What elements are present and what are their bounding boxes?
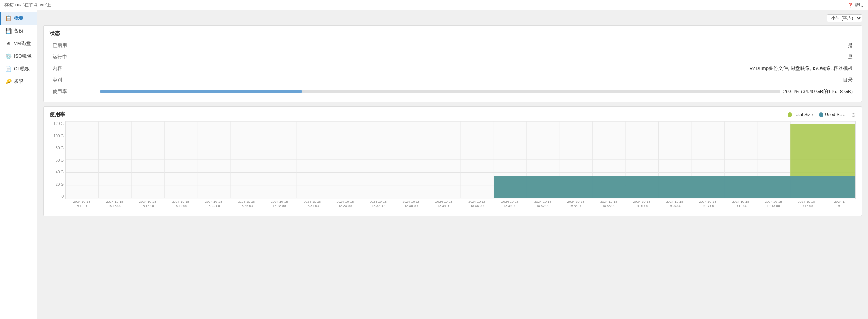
status-row: 内容 VZDump备份文件, 磁盘映像, ISO镜像, 容器模板 — [50, 63, 856, 74]
x-label: 2024-10-18 18:49:00 — [493, 200, 526, 211]
x-label: 2024-10-18 19:13:00 — [757, 200, 790, 211]
x-label: 2024-10-18 18:40:00 — [395, 200, 427, 211]
status-row-label: 已启用 — [50, 40, 94, 51]
chart-svg-container: 2024-10-18 18:10:002024-10-18 18:13:0020… — [65, 121, 856, 211]
top-bar: 存储'local'在节点'pve'上 ❓ 帮助 — [0, 0, 868, 10]
status-header: 状态 — [50, 30, 856, 37]
progress-bar-container — [100, 90, 780, 93]
y-label-60: 60 G — [56, 158, 64, 162]
chart-header: 使用率 Total Size Used Size ⊙ — [50, 111, 856, 118]
status-row-label: 类别 — [50, 74, 94, 86]
chart-title: 使用率 — [50, 111, 65, 118]
sidebar-label-backup: 备份 — [14, 28, 23, 34]
x-label: 2024-10-18 19:16:00 — [790, 200, 823, 211]
sidebar-item-permissions[interactable]: 🔑权限 — [0, 75, 37, 88]
x-label: 2024-10-18 18:58:00 — [592, 200, 625, 211]
status-row: 已启用 是 — [50, 40, 856, 51]
x-label: 2024-10-18 18:22:00 — [197, 200, 230, 211]
y-label-120: 120 G — [54, 122, 64, 126]
status-row: 使用率 29.61% (34.40 GB的116.18 GB) — [50, 86, 856, 98]
total-size-label: Total Size — [793, 112, 813, 117]
sidebar-label-cttemplate: CT模板 — [14, 66, 30, 72]
content-area: 小时 (平均)天 (平均)周 (平均)月 (平均)年 (平均) 状态 已启用 是… — [37, 10, 868, 319]
used-size-label: Used Size — [825, 112, 845, 117]
x-label: 2024-10-18 19:07:00 — [691, 200, 724, 211]
backup-icon: 💾 — [5, 28, 12, 34]
vmdisk-icon: 🖥 — [5, 41, 12, 47]
used-size-dot — [819, 112, 823, 117]
sidebar: 📋概要💾备份🖥VM磁盘💿ISO镜像📄CT模板🔑权限 — [0, 10, 37, 319]
x-label: 2024-10-18 18:31:00 — [296, 200, 329, 211]
x-label: 2024-10-18 18:10:00 — [65, 200, 98, 211]
status-row-value: VZDump备份文件, 磁盘映像, ISO镜像, 容器模板 — [94, 63, 856, 74]
sidebar-label-isoimage: ISO镜像 — [14, 53, 32, 60]
chart-legend: Total Size Used Size ⊙ — [788, 112, 856, 118]
progress-bar-fill — [100, 90, 302, 93]
status-row-value: 是 — [94, 51, 856, 63]
x-label: 2024-10-18 19:01:00 — [625, 200, 658, 211]
sidebar-item-isoimage[interactable]: 💿ISO镜像 — [0, 50, 37, 63]
sidebar-label-vmdisk: VM磁盘 — [14, 40, 31, 47]
y-label-20: 20 G — [56, 182, 64, 186]
x-label: 2024-10-18 18:25:00 — [230, 200, 263, 211]
status-row-value: 29.61% (34.40 GB的116.18 GB) — [94, 86, 856, 98]
status-row-label: 使用率 — [50, 86, 94, 98]
status-row-value: 是 — [94, 40, 856, 51]
chart-options-icon[interactable]: ⊙ — [851, 112, 856, 118]
help-button[interactable]: ❓ 帮助 — [848, 2, 864, 8]
help-icon: ❓ — [848, 3, 853, 8]
x-label: 2024-10-18 19:04:00 — [658, 200, 691, 211]
sidebar-item-overview[interactable]: 📋概要 — [0, 12, 37, 25]
status-row-value: 目录 — [94, 74, 856, 86]
svg-marker-33 — [494, 176, 856, 198]
x-axis: 2024-10-18 18:10:002024-10-18 18:13:0020… — [65, 200, 856, 211]
total-size-legend: Total Size — [788, 112, 813, 117]
help-label: 帮助 — [855, 2, 864, 8]
sidebar-item-cttemplate[interactable]: 📄CT模板 — [0, 63, 37, 75]
page-title: 存储'local'在节点'pve'上 — [4, 2, 51, 8]
status-card: 状态 已启用 是 运行中 是 内容 VZDump备份文件, 磁盘映像, ISO镜… — [43, 25, 862, 102]
time-select[interactable]: 小时 (平均)天 (平均)周 (平均)月 (平均)年 (平均) — [827, 14, 862, 22]
total-size-dot — [788, 112, 792, 117]
y-axis: 120 G 100 G 80 G 60 G 40 G 20 G 0 — [50, 121, 65, 199]
x-label: 2024-10-18 18:16:00 — [131, 200, 164, 211]
y-label-100: 100 G — [54, 134, 64, 138]
status-title: 状态 — [50, 30, 60, 37]
sidebar-item-vmdisk[interactable]: 🖥VM磁盘 — [0, 37, 37, 50]
cttemplate-icon: 📄 — [5, 66, 12, 72]
sidebar-label-overview: 概要 — [14, 15, 23, 22]
x-label: 2024-10-18 18:37:00 — [362, 200, 395, 211]
overview-icon: 📋 — [5, 15, 12, 21]
status-row-label: 运行中 — [50, 51, 94, 63]
permissions-icon: 🔑 — [5, 79, 12, 84]
status-row: 运行中 是 — [50, 51, 856, 63]
status-table: 已启用 是 运行中 是 内容 VZDump备份文件, 磁盘映像, ISO镜像, … — [50, 40, 856, 97]
progress-text: 29.61% (34.40 GB的116.18 GB) — [783, 88, 853, 95]
x-label: 2024-10-18 18:46:00 — [460, 200, 493, 211]
x-label: 2024-10-18 18:19:00 — [164, 200, 197, 211]
x-label: 2024-10-18 18:55:00 — [559, 200, 592, 211]
main-layout: 📋概要💾备份🖥VM磁盘💿ISO镜像📄CT模板🔑权限 小时 (平均)天 (平均)周… — [0, 10, 868, 319]
x-label: 2024-10-18 18:28:00 — [263, 200, 296, 211]
usage-chart-card: 使用率 Total Size Used Size ⊙ 120 G — [43, 106, 862, 216]
status-row: 类别 目录 — [50, 74, 856, 86]
y-label-0: 0 — [61, 194, 64, 198]
chart-body: 120 G 100 G 80 G 60 G 40 G 20 G 0 2024-1… — [50, 121, 856, 211]
usage-chart-svg — [65, 121, 856, 199]
sidebar-label-permissions: 权限 — [14, 78, 23, 85]
x-label: 2024-10-18 19:10:00 — [724, 200, 757, 211]
used-size-legend: Used Size — [819, 112, 845, 117]
status-row-label: 内容 — [50, 63, 94, 74]
x-label: 2024-10-18 18:43:00 — [428, 200, 460, 211]
isoimage-icon: 💿 — [5, 53, 12, 59]
x-label: 2024-10-18 18:34:00 — [329, 200, 361, 211]
y-label-80: 80 G — [56, 146, 64, 150]
x-label: 2024-10-18 18:52:00 — [526, 200, 559, 211]
sidebar-item-backup[interactable]: 💾备份 — [0, 25, 37, 37]
x-label: 2024-1 19:1 — [823, 200, 856, 211]
x-label: 2024-10-18 18:13:00 — [98, 200, 131, 211]
y-label-40: 40 G — [56, 170, 64, 174]
